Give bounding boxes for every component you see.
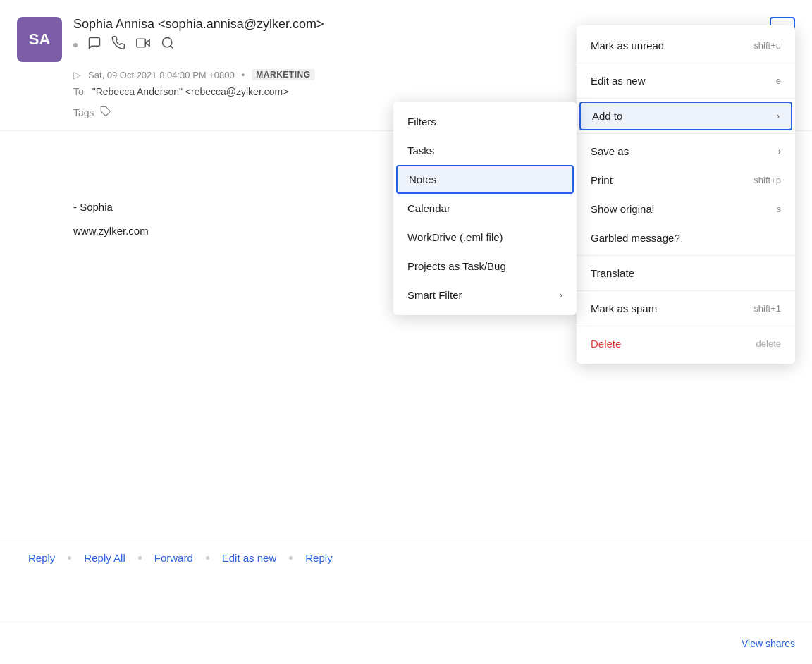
chat-icon[interactable] <box>87 36 102 54</box>
marketing-tag: MARKETING <box>252 69 314 80</box>
edit-as-new-button[interactable]: Edit as new <box>211 546 288 570</box>
divider-2 <box>577 98 795 99</box>
dot-separator <box>73 43 78 47</box>
email-container: ⌄ SA Sophia Annisa <sophia.annisa@zylker… <box>0 0 812 664</box>
recipient: "Rebecca Anderson" <rebecca@zylker.com> <box>92 86 289 97</box>
to-label: To <box>73 86 84 97</box>
email-footer: Reply Reply All Forward Edit as new Repl… <box>0 536 812 579</box>
edit-shortcut: e <box>776 75 781 86</box>
delete-shortcut: delete <box>756 338 781 349</box>
print-shortcut: shift+p <box>753 175 781 185</box>
avatar: SA <box>17 17 62 62</box>
footer-sep-1 <box>68 556 71 560</box>
svg-point-2 <box>163 38 172 47</box>
submenu-tasks[interactable]: Tasks <box>393 136 577 165</box>
reply-all-button[interactable]: Reply All <box>73 546 136 570</box>
footer-sep-2 <box>138 556 142 560</box>
view-shares-link[interactable]: View shares <box>742 638 795 649</box>
divider-6 <box>577 326 795 326</box>
submenu-smart-filter[interactable]: Smart Filter › <box>393 281 577 309</box>
submenu-workdrive[interactable]: WorkDrive (.eml file) <box>393 223 577 252</box>
submenu-calendar[interactable]: Calendar <box>393 194 577 223</box>
divider-1 <box>577 63 795 63</box>
smart-filter-chevron: › <box>560 290 562 300</box>
mark-unread-shortcut: shift+u <box>753 40 781 51</box>
reply2-button[interactable]: Reply <box>294 546 343 570</box>
video-icon[interactable] <box>135 36 151 54</box>
add-to-chevron: › <box>777 111 780 121</box>
svg-line-3 <box>171 46 173 49</box>
save-as-chevron: › <box>778 146 781 156</box>
submenu-projects[interactable]: Projects as Task/Bug <box>393 252 577 281</box>
spam-shortcut: shift+1 <box>753 303 781 314</box>
menu-print[interactable]: Print shift+p <box>577 166 795 195</box>
tags-label: Tags <box>73 107 94 118</box>
menu-garbled[interactable]: Garbled message? <box>577 223 795 252</box>
bottom-bar: View shares <box>0 622 812 664</box>
forward-button[interactable]: Forward <box>143 546 204 570</box>
add-to-wrapper: Add to › Filters Tasks Notes Calendar Wo <box>577 102 795 130</box>
svg-rect-1 <box>137 39 146 47</box>
divider-4 <box>577 255 795 256</box>
menu-delete[interactable]: Delete delete <box>577 329 795 358</box>
add-to-submenu: Filters Tasks Notes Calendar WorkDrive (… <box>393 102 577 315</box>
menu-translate[interactable]: Translate <box>577 259 795 288</box>
dropdown-menu: Mark as unread shift+u Edit as new e Add… <box>577 25 795 364</box>
meta-dot: • <box>242 70 245 80</box>
menu-mark-unread[interactable]: Mark as unread shift+u <box>577 31 795 60</box>
show-original-shortcut: s <box>777 204 782 214</box>
menu-save-as[interactable]: Save as › <box>577 137 795 166</box>
menu-show-original[interactable]: Show original s <box>577 195 795 223</box>
menu-mark-spam[interactable]: Mark as spam shift+1 <box>577 294 795 323</box>
phone-icon[interactable] <box>111 36 125 54</box>
submenu-filters[interactable]: Filters <box>393 107 577 136</box>
submenu-notes[interactable]: Notes <box>396 165 574 194</box>
footer-sep-4 <box>289 556 293 560</box>
menu-edit-as-new[interactable]: Edit as new e <box>577 66 795 95</box>
search-icon[interactable] <box>161 36 175 54</box>
email-date: Sat, 09 Oct 2021 8:04:30 PM +0800 <box>88 70 235 80</box>
divider-3 <box>577 133 795 134</box>
menu-add-to[interactable]: Add to › <box>579 102 792 130</box>
reply-button[interactable]: Reply <box>17 546 66 570</box>
divider-5 <box>577 290 795 291</box>
tag-icon <box>100 106 111 119</box>
flag-icon: ▷ <box>73 69 81 80</box>
footer-sep-3 <box>206 556 209 560</box>
svg-marker-0 <box>145 40 149 46</box>
